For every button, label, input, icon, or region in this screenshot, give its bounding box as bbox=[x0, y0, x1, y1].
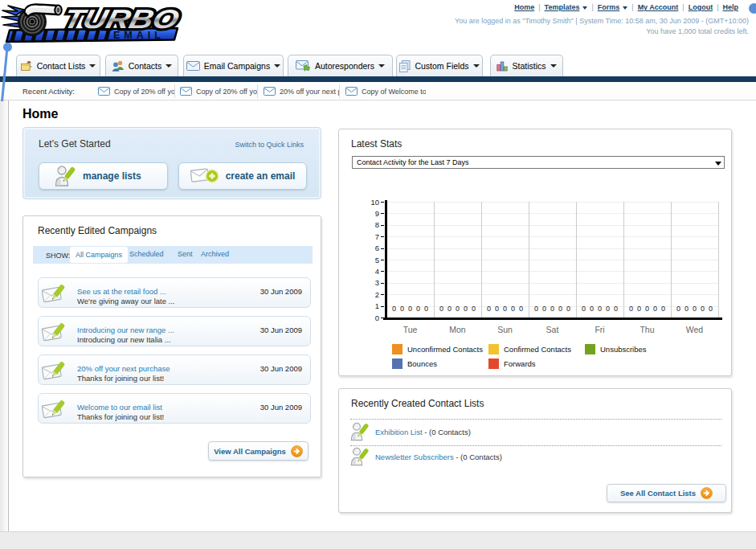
svg-text:TURBO: TURBO bbox=[60, 4, 182, 34]
